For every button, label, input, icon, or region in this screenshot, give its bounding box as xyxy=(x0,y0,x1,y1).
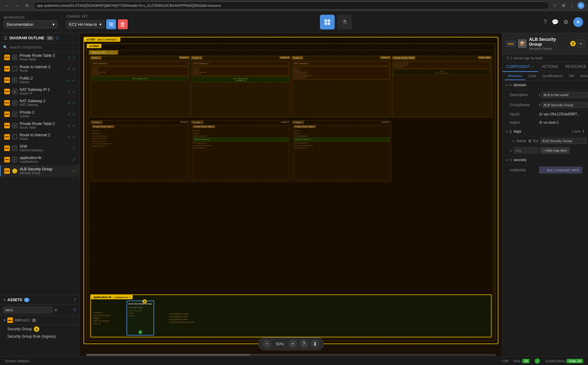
canvas-area[interactable]: si-7f37 aws Credential 1 si-5304 How to … xyxy=(80,33,502,356)
delete-btn[interactable]: 🗑 xyxy=(118,19,128,29)
prt-content: VPC IDRegionAWS Credential Route to Inte… xyxy=(294,130,389,149)
aws-icon: aws xyxy=(4,77,10,83)
tab-resource[interactable]: RESOURCE xyxy=(562,62,588,72)
subnet-label: Public 3 xyxy=(292,56,303,60)
zoom-in-btn[interactable]: + xyxy=(289,340,297,348)
sidebar-item-private-rt3[interactable]: aws ⊞ Private Route Table 3 Route Table … xyxy=(0,52,80,63)
assets-search: ✕ ▽ xyxy=(0,305,80,316)
forward-btn[interactable]: → xyxy=(14,2,21,9)
sidebar-item-igw[interactable]: aws ⊙ IGW Internet Gateway ✓ xyxy=(0,142,80,154)
sidebar-item-nat2[interactable]: aws ⊛ NAT Gateway 2 NAT Gateway ✓ ✓ xyxy=(0,97,80,108)
sidebar-search-input[interactable] xyxy=(10,45,76,49)
prt-label: Private Route Table 1 xyxy=(92,125,115,128)
sidebar-item-private-rt2[interactable]: aws ⊞ Private Route Table 2 Route Table … xyxy=(0,120,80,131)
qual-status-dot: ✓ xyxy=(535,358,540,364)
filter-icon[interactable]: ▽ xyxy=(56,36,59,41)
secrets-section-header[interactable]: ▾ ≡ secrets xyxy=(502,155,588,165)
diagram-btn[interactable] xyxy=(320,15,335,29)
component-type-icon: → xyxy=(12,66,17,71)
discord-icon[interactable]: 💬 xyxy=(552,19,559,25)
sidebar-item-badges: ✓ ✓ xyxy=(67,55,76,60)
rt-detail: Route to InternetAWS CredentialGateway I… xyxy=(394,61,490,68)
tab-component[interactable]: COMPONENT ✓ xyxy=(502,62,538,72)
check-badge: ✓ xyxy=(67,123,71,128)
zoom-out-btn[interactable]: − xyxy=(263,340,271,348)
public-rt: Public Route Table Route Table Route to … xyxy=(392,56,492,117)
horizontal-scrollbar[interactable] xyxy=(86,354,496,356)
sidebar-item-name: Public 2 xyxy=(20,76,65,80)
tag-name-input[interactable] xyxy=(540,138,587,144)
assets-group-header[interactable]: ▾ aws AWS EC2 2 xyxy=(4,317,76,323)
tag-delete-icon[interactable]: 🗑 xyxy=(528,139,532,143)
sidebar-item-route3[interactable]: aws → Route to Internet 3 Route ✓ ✓ xyxy=(0,63,80,74)
node-number-badge: 4 xyxy=(142,299,147,304)
settings-icon[interactable]: ⚙ xyxy=(563,19,568,25)
check-badge: ✓ xyxy=(72,157,76,162)
route-to-internet3: Route to Internet 3 xyxy=(294,138,389,141)
user-profile-icon[interactable]: N xyxy=(578,2,584,9)
alb-sg-node[interactable]: ALB Security Group Security Group AWS Cr… xyxy=(127,301,154,336)
cred-badge: ← Aws Credential / AWS xyxy=(539,167,582,173)
user-avatar[interactable]: N xyxy=(573,17,583,27)
subtab-code[interactable]: Code xyxy=(525,72,539,80)
subnet-contents: NAT Gateway 1 VPC IDRegionAWS Credential… xyxy=(92,61,188,116)
assets-filter-icon[interactable]: ▽ xyxy=(73,308,76,313)
svg-rect-0 xyxy=(325,19,327,22)
menu-icon[interactable]: ⋮ xyxy=(569,2,575,9)
sidebar-item-public2[interactable]: aws ⊟ Public 2 Subnet ✓ ✓ xyxy=(0,74,80,86)
az-sublabel: Subnet 2 xyxy=(280,121,290,123)
assets-search-input[interactable] xyxy=(3,307,52,313)
svg-rect-3 xyxy=(328,22,330,25)
workspace-label: WORKSPACE: xyxy=(4,16,57,19)
assets-section: ▾ ASSETS 2 ? ✕ ▽ ▾ aws AWS EC2 2 Securit… xyxy=(0,295,80,356)
qual-count: Total: 26 xyxy=(567,359,583,363)
tags-section-header[interactable]: ▾ {} tags 1 item ℹ xyxy=(502,127,588,136)
desc-type-icon: I xyxy=(539,93,540,97)
subtab-qualifications[interactable]: Qualifications xyxy=(539,72,566,80)
sidebar-item-alb-sg[interactable]: aws 🔒 ALB Security Group Security Group … xyxy=(0,165,80,177)
subtab-debug[interactable]: Debug xyxy=(577,72,588,80)
tags-label: tags xyxy=(514,129,570,134)
component-type-icon: ⊙ xyxy=(12,146,17,151)
route-to-internet2: Route to Internet 2 xyxy=(193,138,288,141)
canvas-download-btn[interactable]: ⬇ xyxy=(311,340,319,348)
subtab-attributes[interactable]: Attributes xyxy=(505,72,525,80)
sidebar-item-private2[interactable]: aws ⊟ Private 2 Subnet ✓ ✓ xyxy=(0,108,80,120)
layout-btn[interactable]: ⊞ xyxy=(106,19,116,29)
add-map-btn[interactable]: + Add map item xyxy=(540,147,570,153)
workspace-select[interactable]: Documentation ▾ xyxy=(4,21,57,28)
analyze-btn[interactable]: ⚗ xyxy=(337,15,352,29)
sidebar-header: ☰ DIAGRAM OUTLINE 26 ▽ xyxy=(0,33,80,43)
asset-item-sg[interactable]: Security Group 1 xyxy=(0,325,80,333)
panel-schema-icon[interactable]: ⊞ xyxy=(577,40,584,47)
sidebar-item-name: Private 2 xyxy=(20,110,65,115)
assets-help-icon[interactable]: ? xyxy=(74,298,76,302)
sidebar-item-app-lb[interactable]: aws ⊜ application-lb Loadbalancer ✓ xyxy=(0,154,80,165)
bookmark-icon[interactable]: ☆ xyxy=(552,2,558,9)
asset-item-sgr[interactable]: Security Group Rule (Ingress) xyxy=(0,333,80,340)
component-type-icon: ⊜ xyxy=(12,157,17,162)
check-badge2: ✓ xyxy=(72,100,76,105)
domain-section-header[interactable]: ▾ ≡ domain xyxy=(502,80,588,90)
back-btn[interactable]: ← xyxy=(4,2,11,9)
url-bar[interactable] xyxy=(33,2,549,10)
svg-rect-1 xyxy=(328,19,330,22)
extensions-icon[interactable]: ⊞ xyxy=(560,2,567,9)
public3-subnet: Public 3 Subnet 3 NAT Gateway 3 VPC IDRe… xyxy=(292,56,391,117)
canvas-help-btn[interactable]: ? xyxy=(300,340,308,348)
help-icon[interactable]: ? xyxy=(544,19,547,25)
public-subnets-row: Public 1 Subnet 1 NAT Gateway 1 VPC IDRe… xyxy=(90,56,492,117)
aws-icon: aws xyxy=(4,157,10,162)
description-input[interactable] xyxy=(541,92,588,98)
assets-clear-btn[interactable]: ✕ xyxy=(54,308,58,313)
subtab-diff[interactable]: Diff xyxy=(566,72,577,80)
tag-key-input[interactable] xyxy=(514,147,539,153)
groupname-input[interactable] xyxy=(541,102,588,108)
private-rt1: Private Route Table 1 VPC IDSubnet IdRou… xyxy=(92,125,188,180)
sidebar-item-nat-ip2[interactable]: aws ◉ NAT Gateway IP 2 Elastic IP ✓ ✓ xyxy=(0,86,80,97)
changeset-select[interactable]: EC2 HA How-to ▾ xyxy=(66,21,104,28)
tab-actions[interactable]: ACTIONS xyxy=(538,62,562,72)
left-sidebar: ☰ DIAGRAM OUTLINE 26 ▽ 🔍 aws ⊞ Private R… xyxy=(0,33,80,356)
sidebar-item-route2[interactable]: aws → Route to Internet 2 Route ✓ ✓ xyxy=(0,131,80,142)
reload-btn[interactable]: ↻ xyxy=(23,2,31,9)
